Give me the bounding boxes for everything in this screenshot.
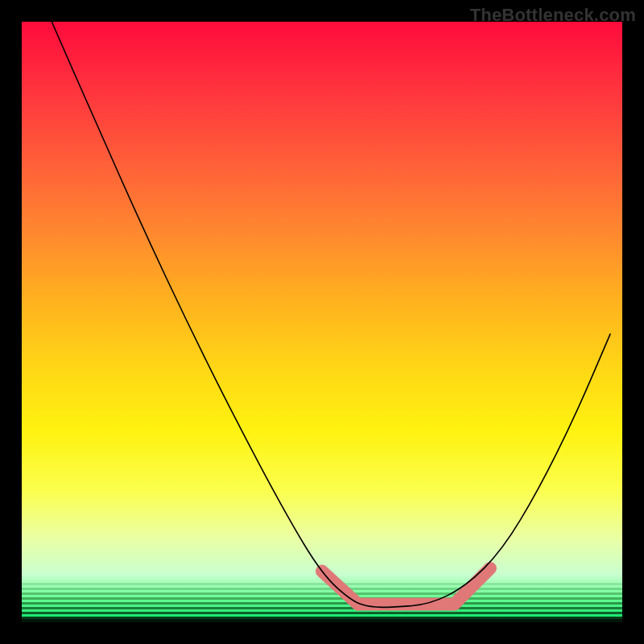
curve-svg [22,22,622,622]
bottleneck-curve [52,22,610,607]
highlight-group [322,568,490,605]
highlight-segment [454,568,490,605]
plot-area [22,22,622,622]
chart-frame: TheBottleneck.com [0,0,644,644]
